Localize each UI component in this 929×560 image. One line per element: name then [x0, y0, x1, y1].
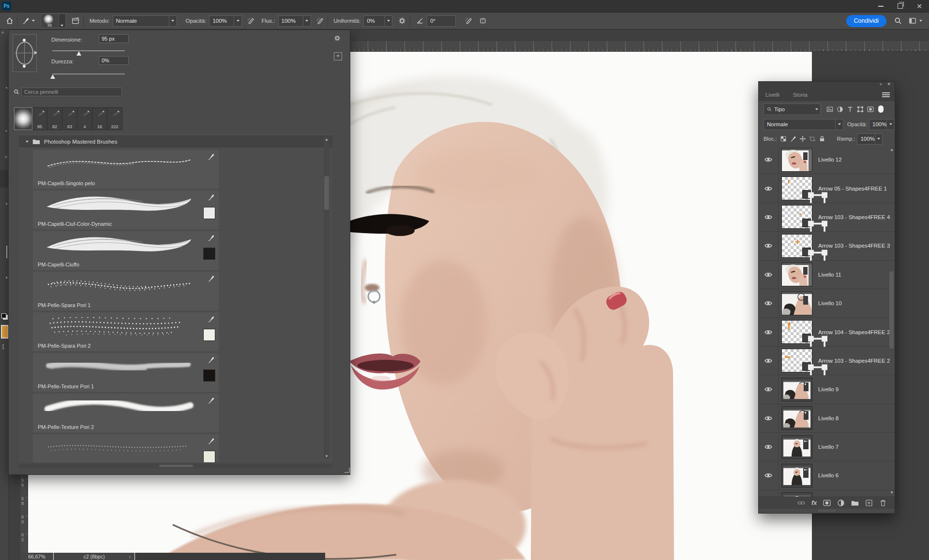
layer-thumbnail[interactable]: [781, 406, 812, 430]
airbrush-icon[interactable]: [316, 17, 324, 25]
layer-thumbnail[interactable]: [781, 292, 812, 315]
tool-icon-fragment[interactable]: [6, 246, 7, 258]
layer-row[interactable]: Livello 11: [759, 261, 895, 289]
panel-tab[interactable]: Storia: [786, 88, 814, 101]
smoothing-gear-icon[interactable]: [398, 17, 406, 25]
layer-row[interactable]: Livello 9: [759, 375, 895, 404]
layer-row[interactable]: Arrow 103 - Shapes4FREE 4: [759, 203, 895, 232]
new-layer-icon[interactable]: [865, 499, 873, 507]
default-colors-icon[interactable]: [1, 313, 6, 318]
symmetry-butterfly-icon[interactable]: [479, 17, 487, 25]
filter-toggle[interactable]: [878, 105, 884, 113]
layer-row[interactable]: Arrow 05 - Shapes4FREE 1: [759, 174, 895, 203]
brush-angle-roundness-widget[interactable]: [13, 34, 37, 72]
home-icon[interactable]: [6, 17, 14, 25]
panel-tab[interactable]: Livelli: [759, 88, 786, 101]
layer-name[interactable]: Livello 10: [818, 300, 842, 306]
brush-list-scrollbar[interactable]: ▲ ▼: [324, 137, 330, 458]
layer-visibility-toggle[interactable]: [759, 146, 779, 174]
layer-row[interactable]: Livello 12: [759, 146, 895, 174]
layer-style-fx-icon[interactable]: fx: [811, 500, 817, 506]
layer-visibility-toggle[interactable]: [759, 261, 779, 289]
layer-thumbnail[interactable]: [781, 320, 812, 344]
layer-visibility-toggle[interactable]: [759, 375, 779, 403]
tool-icon-fragment[interactable]: [6, 277, 7, 279]
layer-name[interactable]: Livello 12: [818, 157, 842, 162]
brush-folder-header[interactable]: Photoshop Mastered Brushes: [19, 135, 332, 147]
layer-name[interactable]: Livello 8: [818, 415, 839, 421]
brush-preset-soft-round[interactable]: [15, 108, 32, 130]
layer-row[interactable]: Arrow 104 - Shapes4FREE 2: [759, 318, 895, 346]
pressure-opacity-icon[interactable]: [247, 17, 255, 25]
chevron-down-icon[interactable]: [59, 14, 65, 28]
lock-artboard-icon[interactable]: [809, 135, 816, 142]
size-slider[interactable]: [52, 50, 125, 51]
tool-icon-fragment[interactable]: [6, 87, 7, 88]
brush-preset[interactable]: 16: [92, 108, 107, 130]
restore-button[interactable]: [890, 0, 910, 12]
brush-item[interactable]: PM-Pelle-Spara Pori 1: [33, 272, 219, 310]
layer-visibility-toggle[interactable]: [759, 232, 779, 260]
layer-visibility-toggle[interactable]: [759, 318, 779, 346]
collapse-panel-icon[interactable]: «: [880, 82, 882, 87]
layer-fill-select[interactable]: 100%: [857, 133, 883, 145]
layer-thumbnail[interactable]: [781, 205, 812, 229]
layer-name[interactable]: Livello 6: [818, 472, 839, 478]
layer-row[interactable]: Arrow 103 - Shapes4FREE 2: [759, 347, 895, 375]
lock-all-icon[interactable]: [819, 135, 825, 142]
foreground-color-swatch[interactable]: [1, 325, 9, 339]
layer-name[interactable]: Livello 9: [818, 386, 839, 392]
layers-scrollbar[interactable]: ▲ ▼: [888, 146, 895, 497]
active-tool-highlight[interactable]: [0, 170, 8, 188]
expand-tools-icon[interactable]: »: [1, 30, 4, 35]
brush-item[interactable]: PM-Pelle-Texture Pori 2: [33, 394, 219, 432]
layer-row[interactable]: Livello 10: [759, 289, 895, 318]
lock-position-icon[interactable]: [799, 135, 806, 142]
lock-paint-icon[interactable]: [790, 135, 796, 142]
layer-row[interactable]: [759, 490, 895, 497]
tool-icon-fragment[interactable]: [6, 203, 7, 205]
scrollbar-thumb[interactable]: [889, 271, 894, 349]
lock-transparency-icon[interactable]: [780, 135, 787, 142]
brush-list-hscrollbar[interactable]: [19, 464, 332, 468]
chevron-down-icon[interactable]: [919, 20, 922, 22]
layer-thumbnail[interactable]: [781, 263, 812, 286]
flow-select[interactable]: 100%: [278, 15, 311, 27]
brush-item[interactable]: PM-Pelle-Spara Pori 2: [33, 312, 219, 351]
minimize-button[interactable]: [871, 0, 890, 12]
layer-thumbnail[interactable]: [781, 234, 812, 258]
layer-blend-mode-select[interactable]: Normale: [764, 119, 843, 130]
layer-visibility-toggle[interactable]: [759, 461, 779, 489]
panel-gear-icon[interactable]: [334, 35, 341, 42]
hardness-field[interactable]: 0%: [99, 56, 129, 65]
filter-type-layers-icon[interactable]: [847, 106, 854, 113]
close-panel-icon[interactable]: ✕: [887, 82, 891, 87]
photoshop-logo[interactable]: Ps: [2, 1, 11, 11]
layer-row[interactable]: Arrow 103 - Shapes4FREE 3: [759, 232, 895, 260]
delete-layer-icon[interactable]: [879, 499, 887, 507]
layer-visibility-toggle[interactable]: [759, 347, 779, 375]
brush-preset[interactable]: 4: [77, 108, 92, 130]
filter-adjustment-layers-icon[interactable]: [837, 106, 843, 113]
layer-visibility-toggle[interactable]: [759, 490, 779, 497]
layer-visibility-toggle[interactable]: [759, 203, 779, 231]
brush-item[interactable]: PM-Capelli-Ciuffo: [33, 231, 219, 270]
size-slider-thumb[interactable]: [76, 51, 81, 56]
brush-preset-picker[interactable]: 95: [41, 14, 66, 28]
flip-arrow-icon[interactable]: [34, 51, 37, 55]
tool-icon-fragment[interactable]: [5, 156, 7, 158]
blend-mode-select[interactable]: Normale: [113, 15, 177, 27]
panel-menu-icon[interactable]: [882, 92, 890, 97]
panel-resize-grip[interactable]: [759, 508, 895, 513]
new-brush-icon[interactable]: +: [334, 52, 342, 60]
filter-type-select[interactable]: Tipo: [764, 103, 821, 115]
layer-thumbnail[interactable]: [781, 492, 812, 497]
brush-angle-field[interactable]: 0°: [427, 15, 456, 27]
size-field[interactable]: 95 px: [99, 34, 129, 43]
layer-thumbnail[interactable]: [781, 148, 812, 172]
add-layer-mask-icon[interactable]: [823, 499, 831, 507]
opacity-select[interactable]: 100%: [209, 15, 242, 27]
share-button[interactable]: Condividi: [846, 15, 886, 27]
workspace-switcher-icon[interactable]: [909, 17, 916, 25]
layer-thumbnail[interactable]: [781, 464, 812, 487]
